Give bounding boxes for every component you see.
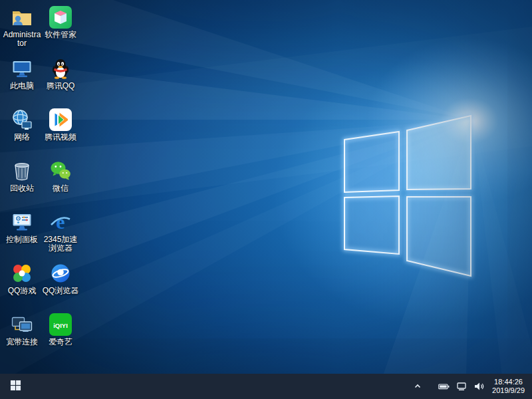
qq-penguin-icon bbox=[49, 57, 72, 80]
desktop-icon-label: 腾讯视频 bbox=[45, 133, 76, 142]
desktop-icon-wechat[interactable]: 微信 bbox=[41, 158, 80, 209]
desktop-icon-label: 网络 bbox=[14, 133, 30, 142]
wallpaper bbox=[0, 0, 532, 399]
desktop: Administrator 此电脑 bbox=[0, 0, 532, 399]
desktop-icon-recycle-bin[interactable]: 回收站 bbox=[3, 158, 41, 209]
desktop-icon-label: Administrator bbox=[3, 31, 41, 48]
volume-icon[interactable] bbox=[473, 381, 484, 392]
browser-e-glyph: e bbox=[56, 211, 65, 233]
hidden-icons-chevron-icon[interactable] bbox=[412, 381, 423, 392]
iqiyi-wordmark: iQIYI bbox=[53, 322, 68, 329]
desktop-icon-label: 微信 bbox=[53, 184, 68, 193]
qq-games-icon bbox=[11, 262, 33, 285]
desktop-icon-label: 腾讯QQ bbox=[47, 82, 75, 90]
windows-logo-icon bbox=[10, 380, 21, 393]
system-tray: 18:44:26 2019/9/29 bbox=[412, 374, 532, 399]
start-button[interactable] bbox=[0, 374, 31, 399]
desktop-icon-broadband[interactable]: 宽带连接 bbox=[3, 311, 41, 362]
2345-browser-icon: e bbox=[49, 211, 72, 233]
iqiyi-icon: iQIYI bbox=[49, 313, 72, 336]
desktop-icon-qq-games[interactable]: QQ游戏 bbox=[3, 260, 41, 311]
desktop-icon-label: 控制面板 bbox=[6, 235, 38, 244]
desktop-icon-label: 软件管家 bbox=[45, 31, 76, 39]
network-icon[interactable] bbox=[456, 381, 467, 392]
desktop-icon-label: 此电脑 bbox=[10, 82, 34, 90]
desktop-icon-tencent-video[interactable]: 腾讯视频 bbox=[41, 106, 80, 158]
taskbar: 18:44:26 2019/9/29 bbox=[0, 374, 532, 399]
desktop-icon-administrator[interactable]: Administrator bbox=[3, 4, 41, 55]
user-folder-icon bbox=[11, 6, 33, 29]
desktop-icon-network[interactable]: 网络 bbox=[3, 106, 41, 158]
desktop-icon-iqiyi[interactable]: iQIYI 爱奇艺 bbox=[41, 311, 80, 362]
desktop-icon-this-pc[interactable]: 此电脑 bbox=[3, 55, 41, 106]
broadband-connection-icon bbox=[11, 313, 33, 336]
desktop-icon-control-panel[interactable]: 控制面板 bbox=[3, 209, 41, 260]
desktop-icon-2345-browser[interactable]: e 2345加速浏览器 bbox=[41, 209, 80, 260]
desktop-icon-software-manager[interactable]: 软件管家 bbox=[41, 4, 80, 55]
clock-time: 18:44:26 bbox=[492, 378, 525, 386]
desktop-icon-grid: Administrator 此电脑 bbox=[3, 4, 80, 362]
desktop-icon-label: 爱奇艺 bbox=[49, 338, 72, 346]
clock-date: 2019/9/29 bbox=[492, 386, 525, 395]
tencent-video-icon bbox=[49, 108, 72, 131]
taskbar-clock[interactable]: 18:44:26 2019/9/29 bbox=[490, 378, 527, 395]
computer-icon bbox=[11, 57, 33, 80]
desktop-icon-tencent-qq[interactable]: 腾讯QQ bbox=[41, 55, 80, 106]
desktop-icon-label: 宽带连接 bbox=[6, 338, 38, 346]
qq-browser-icon bbox=[49, 262, 72, 285]
control-panel-icon bbox=[11, 211, 33, 233]
desktop-icon-label: 2345加速浏览器 bbox=[41, 235, 80, 253]
wechat-icon bbox=[49, 160, 72, 182]
desktop-icon-label: QQ游戏 bbox=[8, 287, 37, 295]
desktop-icon-qq-browser[interactable]: QQ浏览器 bbox=[41, 260, 80, 311]
battery-icon[interactable] bbox=[438, 381, 450, 392]
network-globe-icon bbox=[11, 108, 33, 131]
desktop-icon-label: QQ浏览器 bbox=[43, 287, 79, 295]
desktop-icon-label: 回收站 bbox=[10, 184, 34, 193]
recycle-bin-icon bbox=[11, 160, 33, 182]
software-manager-icon bbox=[49, 6, 72, 29]
